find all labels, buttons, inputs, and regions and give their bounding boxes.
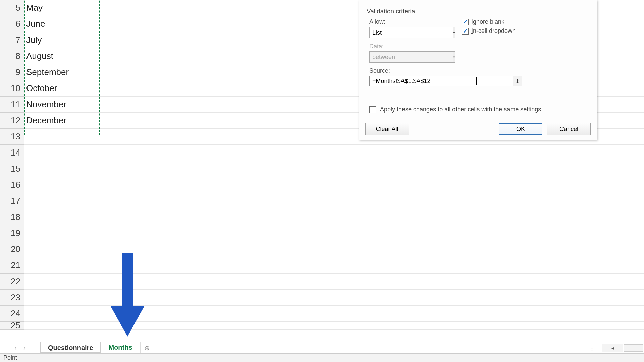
- cell[interactable]: [99, 241, 154, 257]
- cell[interactable]: [99, 64, 154, 80]
- cell[interactable]: [209, 97, 264, 113]
- cell[interactable]: [24, 177, 99, 193]
- cell[interactable]: [24, 257, 99, 274]
- cell[interactable]: [374, 209, 429, 225]
- cell[interactable]: [319, 161, 374, 177]
- cell[interactable]: [594, 64, 644, 80]
- cell[interactable]: [264, 97, 319, 113]
- cell[interactable]: [374, 306, 429, 322]
- cell[interactable]: [319, 177, 374, 193]
- tab-nav-arrows[interactable]: ‹ ›: [0, 342, 40, 353]
- cell[interactable]: [594, 225, 644, 241]
- cell[interactable]: [99, 129, 154, 145]
- cell[interactable]: [429, 241, 484, 257]
- cell[interactable]: [429, 209, 484, 225]
- cancel-button[interactable]: Cancel: [547, 123, 591, 135]
- row-header[interactable]: 17: [0, 193, 24, 209]
- cell[interactable]: [429, 177, 484, 193]
- row-header[interactable]: 25: [0, 322, 24, 330]
- cell[interactable]: [539, 161, 594, 177]
- chevron-right-icon[interactable]: ›: [23, 344, 26, 352]
- cell[interactable]: [429, 145, 484, 161]
- cell[interactable]: [154, 274, 209, 290]
- cell[interactable]: [429, 257, 484, 274]
- cell[interactable]: [539, 193, 594, 209]
- cell[interactable]: November: [24, 97, 99, 113]
- cell[interactable]: July: [24, 32, 99, 48]
- cell[interactable]: [24, 322, 99, 330]
- cell[interactable]: [154, 306, 209, 322]
- row-header[interactable]: 18: [0, 209, 24, 225]
- scroll-left-button[interactable]: ◂: [602, 344, 623, 352]
- scroll-track[interactable]: [624, 344, 643, 352]
- cell[interactable]: [319, 274, 374, 290]
- cell[interactable]: October: [24, 80, 99, 97]
- cell[interactable]: [539, 241, 594, 257]
- cell[interactable]: [539, 225, 594, 241]
- sheet-tab[interactable]: Months: [101, 342, 140, 353]
- cell[interactable]: September: [24, 64, 99, 80]
- cell[interactable]: [264, 257, 319, 274]
- cell[interactable]: [154, 16, 209, 32]
- cell[interactable]: [319, 209, 374, 225]
- source-input[interactable]: [369, 76, 513, 86]
- cell[interactable]: [154, 32, 209, 48]
- cell[interactable]: [99, 145, 154, 161]
- cell[interactable]: [429, 306, 484, 322]
- cell[interactable]: [264, 193, 319, 209]
- allow-value[interactable]: [369, 27, 453, 38]
- cell[interactable]: August: [24, 48, 99, 64]
- cell[interactable]: [319, 290, 374, 306]
- cell[interactable]: [99, 225, 154, 241]
- cell[interactable]: [539, 322, 594, 330]
- row-header[interactable]: 7: [0, 32, 24, 48]
- cell[interactable]: [99, 0, 154, 16]
- cell[interactable]: [99, 161, 154, 177]
- cell[interactable]: [99, 80, 154, 97]
- cell[interactable]: [374, 193, 429, 209]
- scroll-grip-icon[interactable]: ⋮: [584, 344, 601, 352]
- cell[interactable]: [484, 306, 539, 322]
- row-header[interactable]: 15: [0, 161, 24, 177]
- cell[interactable]: [154, 209, 209, 225]
- cell[interactable]: [484, 209, 539, 225]
- cell[interactable]: [264, 0, 319, 16]
- cell[interactable]: [99, 290, 154, 306]
- cell[interactable]: [429, 225, 484, 241]
- cell[interactable]: [209, 306, 264, 322]
- cell[interactable]: [374, 225, 429, 241]
- cell[interactable]: [99, 209, 154, 225]
- cell[interactable]: [484, 225, 539, 241]
- cell[interactable]: [24, 209, 99, 225]
- cell[interactable]: [594, 290, 644, 306]
- cell[interactable]: [209, 48, 264, 64]
- row-header[interactable]: 8: [0, 48, 24, 64]
- cell[interactable]: [539, 290, 594, 306]
- horizontal-scrollbar[interactable]: ⋮ ◂: [584, 342, 644, 353]
- row-header[interactable]: 23: [0, 290, 24, 306]
- cell[interactable]: [374, 290, 429, 306]
- cell[interactable]: [594, 257, 644, 274]
- row-header[interactable]: 6: [0, 16, 24, 32]
- cell[interactable]: [374, 145, 429, 161]
- cell[interactable]: [24, 145, 99, 161]
- cell[interactable]: [264, 241, 319, 257]
- cell[interactable]: [594, 193, 644, 209]
- cell[interactable]: [99, 113, 154, 129]
- allow-combobox[interactable]: ▾: [369, 27, 444, 38]
- cell[interactable]: [319, 241, 374, 257]
- cell[interactable]: [154, 80, 209, 97]
- cell[interactable]: [209, 257, 264, 274]
- cell[interactable]: [594, 48, 644, 64]
- cell[interactable]: [264, 290, 319, 306]
- cell[interactable]: [594, 16, 644, 32]
- row-header[interactable]: 19: [0, 225, 24, 241]
- cell[interactable]: [539, 209, 594, 225]
- cell[interactable]: [209, 241, 264, 257]
- cell[interactable]: May: [24, 0, 99, 16]
- clear-all-button[interactable]: Clear All: [365, 123, 409, 135]
- row-header[interactable]: 9: [0, 64, 24, 80]
- cell[interactable]: [209, 64, 264, 80]
- cell[interactable]: [209, 161, 264, 177]
- cell[interactable]: [154, 257, 209, 274]
